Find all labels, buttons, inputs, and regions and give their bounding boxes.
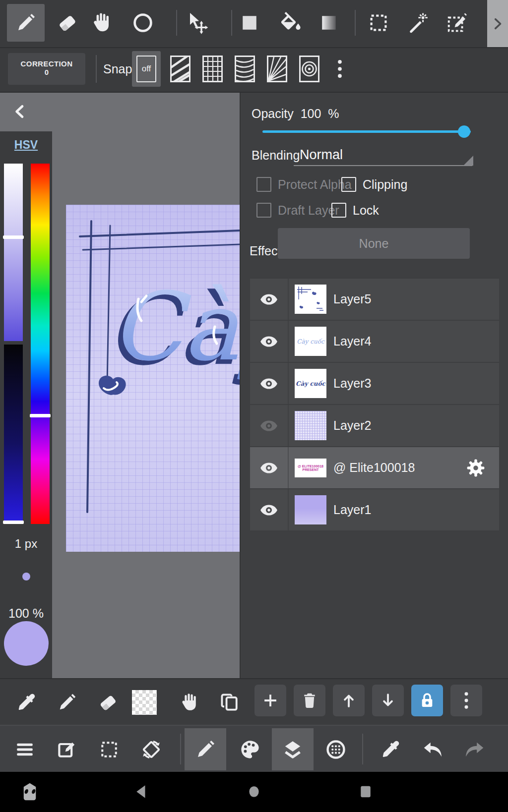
ellipse-tool-button[interactable] — [124, 4, 162, 42]
brush-opacity-label[interactable]: 100 % — [0, 606, 52, 621]
clipping-checkbox[interactable] — [341, 177, 356, 192]
layer-row-separator — [288, 405, 289, 446]
layer-row-layer1[interactable]: Layer1 — [250, 489, 499, 530]
snap-more-menu-button[interactable] — [327, 51, 352, 87]
color-palette-button[interactable] — [231, 729, 269, 770]
android-recents-button[interactable] — [350, 776, 381, 808]
hand-tool-button[interactable] — [84, 4, 119, 42]
material-library-button[interactable] — [318, 729, 354, 770]
brush-size-label[interactable]: 1 px — [0, 537, 52, 551]
blending-value[interactable]: Normal — [300, 147, 343, 163]
select-pen-tool-button[interactable] — [439, 4, 475, 42]
lock-checkbox[interactable] — [331, 203, 346, 218]
pen-tool-button[interactable] — [7, 4, 45, 42]
opacity-row: Opacity 100 % — [252, 107, 339, 121]
kebab-menu-icon — [458, 691, 475, 710]
layer-row-separator — [288, 447, 289, 488]
saturation-slider-thumb[interactable] — [3, 235, 24, 239]
layer-row-layer2[interactable]: Layer2 — [250, 405, 499, 446]
recents-square-icon — [357, 783, 375, 801]
select-menu-button[interactable] — [91, 729, 127, 770]
edit-canvas-button[interactable] — [49, 729, 85, 770]
collapse-color-panel-button[interactable] — [5, 97, 35, 126]
layer-panel: Opacity 100 % Blending Normal Protect Al… — [240, 93, 508, 678]
layer-name: Layer3 — [333, 363, 371, 404]
eyedropper-icon — [15, 692, 37, 713]
eyedropper-tool-button[interactable] — [10, 684, 43, 721]
drawing-canvas[interactable]: Cày Cày — [66, 205, 240, 552]
color-mode-label[interactable]: HSV — [0, 138, 52, 152]
android-back-button[interactable] — [126, 776, 157, 808]
android-home-button[interactable] — [238, 776, 270, 808]
protect-alpha-checkbox[interactable] — [256, 177, 271, 192]
layer-visibility-toggle[interactable] — [250, 447, 288, 488]
move-layer-down-button[interactable] — [372, 685, 404, 716]
layer-visibility-toggle[interactable] — [250, 321, 288, 362]
toolbar-expand-strip[interactable] — [487, 0, 508, 47]
effect-button[interactable]: None — [278, 228, 470, 259]
transparent-color-button[interactable] — [132, 690, 157, 715]
layer-visibility-toggle[interactable] — [250, 279, 288, 320]
draw-tool-button[interactable] — [51, 684, 83, 721]
snap-off-button[interactable]: off — [132, 51, 161, 87]
erase-tool-button[interactable] — [91, 684, 124, 721]
value-slider-thumb[interactable] — [3, 521, 24, 524]
watermark-line2: PRESENT — [302, 468, 318, 471]
dropdown-triangle-icon[interactable] — [463, 155, 474, 166]
nav-eyedropper-button[interactable] — [373, 729, 408, 770]
move-tool-button[interactable] — [179, 4, 215, 42]
snap-parallel-button[interactable] — [169, 51, 191, 87]
layer-row-layer3[interactable]: Cày cuốc Layer3 — [250, 363, 499, 404]
select-pen-icon — [445, 11, 468, 34]
eraser-tool-button[interactable] — [50, 4, 84, 42]
brush-mode-button-active[interactable] — [185, 728, 226, 770]
value-slider[interactable] — [4, 345, 23, 524]
layers-panel-button-active[interactable] — [272, 728, 314, 770]
layer-row-layer4[interactable]: Cày cuốc Layer4 — [250, 321, 499, 362]
hue-slider[interactable] — [31, 164, 50, 524]
opacity-slider-track[interactable] — [262, 130, 471, 133]
pinned-app-shortcut[interactable] — [14, 776, 46, 808]
kebab-menu-icon — [331, 58, 348, 80]
layer-settings-button[interactable] — [459, 447, 492, 488]
correction-button[interactable]: CORRECTION 0 — [8, 53, 85, 85]
fill-bucket-tool-button[interactable] — [272, 4, 310, 42]
current-color-swatch[interactable] — [4, 621, 49, 666]
draft-layer-checkbox[interactable] — [256, 203, 271, 218]
lock-layer-button-active[interactable] — [411, 685, 443, 716]
opacity-slider-thumb[interactable] — [458, 125, 470, 138]
snap-grid-button[interactable] — [201, 51, 224, 87]
layer-visibility-toggle[interactable] — [250, 363, 288, 404]
magic-wand-tool-button[interactable] — [400, 4, 437, 42]
saturation-slider[interactable] — [4, 164, 23, 341]
layer-menu-button[interactable] — [450, 685, 482, 716]
snap-parallel-icon — [170, 56, 190, 82]
snap-curve-button[interactable] — [233, 51, 256, 87]
duplicate-layer-button[interactable] — [213, 684, 246, 721]
layer-visibility-toggle[interactable] — [250, 489, 288, 530]
snap-grid-icon — [202, 56, 223, 82]
select-rect-tool-button[interactable] — [360, 4, 397, 42]
undo-button[interactable] — [415, 729, 450, 770]
redo-button[interactable] — [457, 729, 493, 770]
add-layer-button[interactable] — [254, 685, 286, 716]
gradient-tool-button[interactable] — [312, 4, 346, 42]
opacity-label: Opacity — [252, 107, 294, 120]
layer-row-layer5[interactable]: Layer5 — [250, 279, 499, 320]
layer-tools-toolbar — [0, 678, 508, 726]
pan-tool-button[interactable] — [173, 684, 205, 721]
app-shortcut-icon — [19, 781, 40, 802]
shape-square-tool-button[interactable] — [232, 4, 267, 42]
snap-circle-button[interactable] — [298, 51, 320, 87]
top-toolbar — [0, 0, 508, 48]
main-menu-button[interactable] — [7, 729, 43, 770]
delete-layer-button[interactable] — [294, 685, 325, 716]
snap-radial-button[interactable] — [265, 51, 288, 87]
pen-icon — [14, 11, 37, 34]
rotate-canvas-button[interactable] — [133, 729, 169, 770]
eye-icon — [259, 290, 278, 309]
layer-row-elite100018-selected[interactable]: @ ELITE100018 PRESENT @ Elite100018 — [250, 447, 499, 488]
move-layer-up-button[interactable] — [333, 685, 365, 716]
hue-slider-thumb[interactable] — [30, 414, 51, 417]
layer-visibility-toggle[interactable] — [250, 405, 288, 446]
